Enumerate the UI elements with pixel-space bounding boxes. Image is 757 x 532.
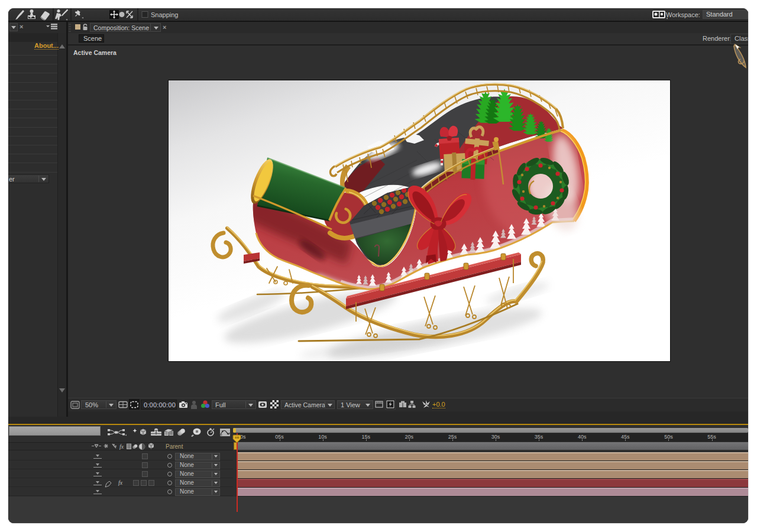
- svg-text:fx: fx: [119, 443, 124, 450]
